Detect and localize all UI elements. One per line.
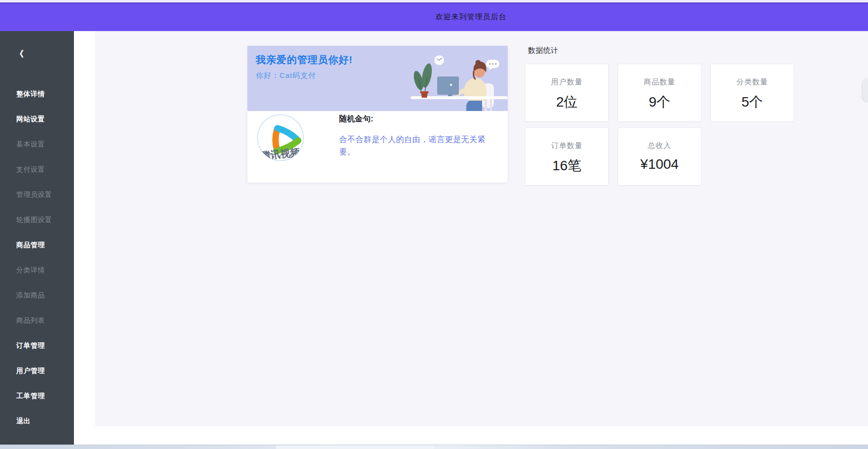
stat-card: 总收入 ¥1004 [618, 127, 701, 186]
quote-section: 腾讯视频 随机金句: 合不合群是个人的自由，谣言更是无关紧要。 [247, 111, 508, 183]
scrollbar-thumb[interactable] [276, 446, 434, 449]
sidebar-item[interactable]: 支付设置 [0, 157, 74, 182]
sidebar-item[interactable]: 基本设置 [0, 132, 74, 157]
stat-card: 商品数量 9个 [618, 64, 701, 122]
speech-bubble-icon [486, 60, 499, 71]
quote-text: 合不合群是个人的自由，谣言更是无关紧要。 [339, 133, 488, 158]
header-bar: 欢迎来到管理员后台 [0, 2, 868, 31]
stats-title: 数据统计 [528, 46, 558, 55]
collapse-sidebar-icon[interactable]: 《 [15, 48, 25, 60]
sidebar-item[interactable]: 商品列表 [0, 308, 74, 333]
stat-card-value: 5个 [741, 93, 763, 112]
tencent-video-logo: 腾讯视频 [257, 114, 304, 161]
stat-card-value: 2位 [556, 93, 578, 112]
welcome-card: 我亲爱的管理员你好! 你好：Cat码支付 [247, 46, 508, 183]
stat-card-label: 用户数量 [551, 77, 583, 87]
sidebar-item[interactable]: 工单管理 [0, 383, 74, 409]
sidebar-item[interactable]: 分类详情 [0, 258, 74, 283]
monitor-icon [437, 76, 459, 97]
welcome-title: 我亲爱的管理员你好! [256, 53, 353, 67]
plant-icon [412, 63, 434, 92]
stat-card: 用户数量 2位 [525, 64, 609, 122]
welcome-greeting: 你好：Cat码支付 [256, 71, 316, 80]
stat-card-label: 分类数量 [736, 77, 768, 87]
sidebar-item[interactable]: 管理员设置 [0, 182, 74, 207]
stats-grid: 用户数量 2位 商品数量 9个 分类数量 5个 订单数量 16笔 总收入 ¥10… [525, 64, 794, 186]
sidebar-item[interactable]: 添加商品 [0, 283, 74, 308]
sidebar-item[interactable]: 整体详情 [0, 81, 74, 107]
sidebar-item[interactable]: 订单管理 [0, 333, 74, 358]
stat-card-value: 16笔 [552, 156, 581, 175]
stat-card-label: 订单数量 [551, 141, 583, 150]
stat-card-value: ¥1004 [640, 156, 679, 172]
horizontal-scrollbar[interactable] [0, 445, 868, 449]
stat-card-label: 总收入 [648, 141, 671, 150]
scroll-handle[interactable] [863, 78, 868, 102]
stat-card-value: 9个 [649, 93, 670, 112]
welcome-banner: 我亲爱的管理员你好! 你好：Cat码支付 [247, 46, 508, 111]
quote-label: 随机金句: [339, 114, 373, 124]
sidebar-item[interactable]: 网站设置 [0, 107, 74, 132]
stat-card: 订单数量 16笔 [525, 127, 609, 186]
sidebar: 《 整体详情网站设置基本设置支付设置管理员设置轮播图设置商品管理分类详情添加商品… [0, 31, 74, 445]
sidebar-item[interactable]: 退出 [0, 409, 74, 434]
header-title: 欢迎来到管理员后台 [436, 12, 507, 22]
sidebar-item[interactable]: 用户管理 [0, 358, 74, 383]
sidebar-item[interactable]: 轮播图设置 [0, 207, 74, 232]
clock-icon [434, 55, 444, 65]
desk-illustration [399, 46, 508, 111]
sidebar-menu: 整体详情网站设置基本设置支付设置管理员设置轮播图设置商品管理分类详情添加商品商品… [0, 81, 74, 434]
stat-card-label: 商品数量 [644, 77, 675, 87]
main-content: 我亲爱的管理员你好! 你好：Cat码支付 [95, 31, 868, 426]
stat-card: 分类数量 5个 [710, 64, 794, 122]
sidebar-item[interactable]: 商品管理 [0, 232, 74, 258]
